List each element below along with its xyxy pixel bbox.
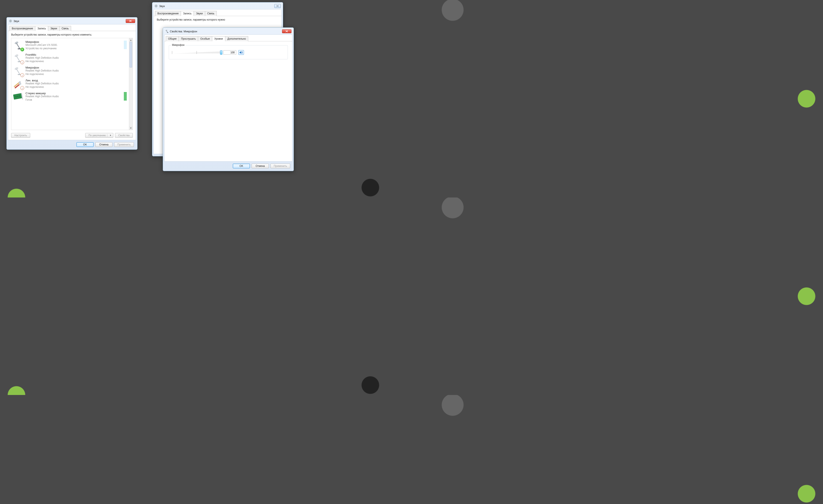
tabstrip: Общие Прослушать Особые Уровни Дополните… <box>164 35 292 41</box>
titlebar[interactable]: Звук <box>154 4 282 9</box>
tab-recording[interactable]: Запись <box>35 26 48 31</box>
microphone-icon <box>13 40 23 50</box>
list-item[interactable]: Стерео микшер Realtek High Definition Au… <box>12 91 128 103</box>
tab-levels[interactable]: Уровни <box>212 36 225 41</box>
device-name: Лин. вход <box>25 79 127 82</box>
microphone-icon <box>165 30 169 33</box>
tab-recording[interactable]: Запись <box>181 11 194 16</box>
scroll-up-button[interactable]: ▲ <box>129 38 133 42</box>
sound-icon <box>9 19 12 23</box>
close-button[interactable] <box>282 29 292 33</box>
sound-dialog-recording: Звук Воспроизведение Запись Звуки Связь … <box>6 17 138 150</box>
ok-button[interactable]: OK <box>233 164 250 168</box>
microphone-icon <box>13 66 23 76</box>
apply-button[interactable]: Применить <box>114 142 134 147</box>
microphone-level-group: Микрофон <box>169 45 288 59</box>
unplugged-badge-icon <box>20 73 24 77</box>
close-button[interactable] <box>274 4 281 8</box>
device-status: Готов <box>25 98 122 102</box>
tab-custom[interactable]: Особые <box>198 36 212 41</box>
scrollbar[interactable]: ▲ ▼ <box>129 38 133 130</box>
group-label: Микрофон <box>171 43 185 46</box>
svg-point-4 <box>14 67 19 70</box>
level-slider[interactable] <box>172 50 221 55</box>
device-desc: Realtek High Definition Audio <box>25 56 127 60</box>
device-name: Микрофон <box>25 66 127 69</box>
device-desc: Realtek High Definition Audio <box>25 69 127 72</box>
sound-card-icon <box>13 92 23 102</box>
cancel-button[interactable]: Отмена <box>95 142 113 147</box>
instruction-text: Выберите устройство записи, параметры ко… <box>11 33 123 36</box>
unplugged-badge-icon <box>20 86 24 90</box>
scroll-thumb[interactable] <box>130 42 132 67</box>
window-title: Свойства: Микрофон <box>170 30 282 33</box>
device-name: FrontMic <box>25 53 127 56</box>
svg-point-9 <box>16 97 16 97</box>
device-status: Устройство по умолчанию <box>25 47 122 50</box>
close-button[interactable] <box>126 19 135 23</box>
list-item[interactable]: Микрофон Realtek High Definition Audio Н… <box>12 65 128 77</box>
device-desc: Microsoft LifeCam VX-5000. <box>25 43 122 47</box>
svg-point-1 <box>10 21 11 22</box>
svg-point-10 <box>17 96 18 97</box>
tab-communications[interactable]: Связь <box>59 26 71 31</box>
speaker-icon <box>239 51 243 54</box>
list-item[interactable]: FrontMic Realtek High Definition Audio Н… <box>12 52 128 65</box>
properties-button[interactable]: Свойства <box>115 133 133 138</box>
device-status: Не подключено <box>25 72 127 76</box>
tab-playback[interactable]: Воспроизведение <box>9 26 35 31</box>
ok-button[interactable]: OK <box>76 142 94 147</box>
set-default-button[interactable]: По умолчанию ▼ <box>85 133 113 138</box>
tab-advanced[interactable]: Дополнительно <box>225 36 248 41</box>
set-default-label: По умолчанию <box>89 134 106 137</box>
device-name: Микрофон <box>25 40 122 43</box>
microphone-icon <box>13 53 23 63</box>
unplugged-badge-icon <box>20 60 24 64</box>
tabstrip: Воспроизведение Запись Звуки Связь <box>8 24 136 31</box>
svg-point-3 <box>14 54 19 58</box>
tab-listen[interactable]: Прослушать <box>179 36 198 41</box>
default-badge-icon <box>20 47 24 51</box>
device-status: Не подключено <box>25 86 127 89</box>
tab-sounds[interactable]: Звуки <box>48 26 59 31</box>
device-desc: Realtek High Definition Audio <box>25 82 127 86</box>
mute-toggle-button[interactable] <box>238 50 244 55</box>
sound-icon <box>154 4 158 8</box>
tab-sounds[interactable]: Звуки <box>194 11 205 16</box>
recording-device-list[interactable]: Микрофон Microsoft LifeCam VX-5000. Устр… <box>11 38 133 130</box>
tab-communications[interactable]: Связь <box>205 11 217 16</box>
svg-point-2 <box>14 41 19 45</box>
chevron-down-icon[interactable]: ▼ <box>109 134 112 137</box>
apply-button[interactable]: Применить <box>271 164 290 168</box>
cancel-button[interactable]: Отмена <box>252 164 269 168</box>
mic-properties-dialog: Свойства: Микрофон Общие Прослушать Особ… <box>163 27 294 171</box>
level-meter <box>124 92 127 101</box>
instruction-text: Выберите устройство записи, параметры ко… <box>157 18 268 21</box>
tab-general[interactable]: Общие <box>166 36 179 41</box>
level-meter <box>124 41 127 49</box>
line-in-icon <box>13 79 23 89</box>
svg-point-14 <box>165 30 167 31</box>
svg-point-13 <box>156 6 157 7</box>
list-item[interactable]: Лин. вход Realtek High Definition Audio … <box>12 77 128 91</box>
scroll-down-button[interactable]: ▼ <box>129 126 133 130</box>
window-title: Звук <box>159 4 274 8</box>
configure-button[interactable]: Настроить <box>11 133 30 138</box>
titlebar[interactable]: Свойства: Микрофон <box>164 29 292 34</box>
list-item[interactable]: Микрофон Microsoft LifeCam VX-5000. Устр… <box>12 39 128 52</box>
titlebar[interactable]: Звук <box>8 19 136 24</box>
tabstrip: Воспроизведение Запись Звуки Связь <box>154 9 281 16</box>
device-status: Не подключено <box>25 60 127 63</box>
slider-thumb[interactable] <box>220 50 222 55</box>
device-name: Стерео микшер <box>25 92 122 95</box>
tab-playback[interactable]: Воспроизведение <box>155 11 181 16</box>
device-desc: Realtek High Definition Audio <box>25 95 122 98</box>
window-title: Звук <box>13 19 125 23</box>
level-value-input[interactable] <box>223 50 236 55</box>
svg-point-11 <box>19 96 20 97</box>
